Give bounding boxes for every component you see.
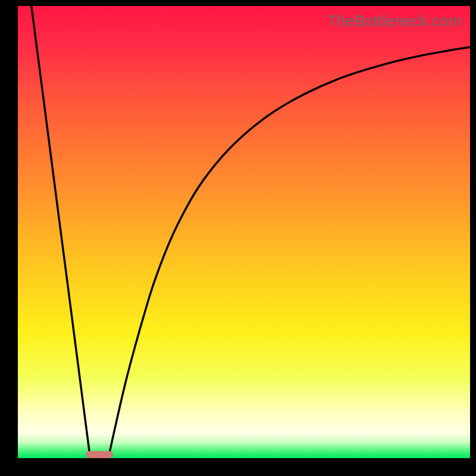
chart-frame: TheBottleneck.com [0,0,476,476]
curve-layer [18,6,470,458]
left-branch-line [32,6,90,458]
watermark-label: TheBottleneck.com [327,12,462,30]
optimum-marker [86,451,113,458]
right-branch-line [108,47,470,458]
plot-area: TheBottleneck.com [18,6,470,458]
